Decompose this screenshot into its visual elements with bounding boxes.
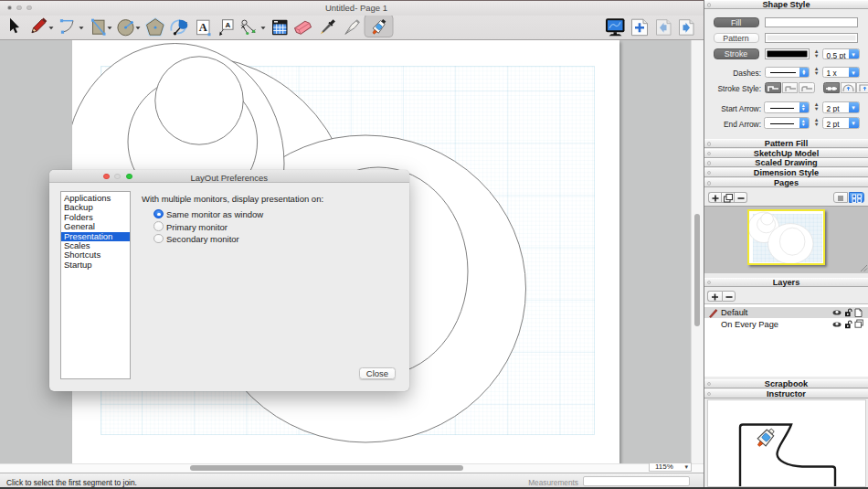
svg-text:A: A <box>225 21 230 29</box>
svg-text:A: A <box>199 21 207 34</box>
